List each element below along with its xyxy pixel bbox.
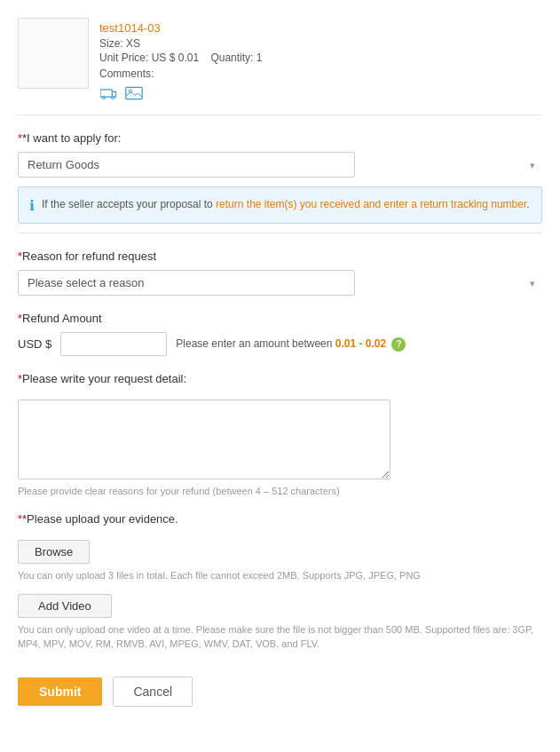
unit-price-label: Unit Price:: [99, 51, 148, 64]
browse-button[interactable]: Browse: [18, 540, 90, 564]
product-price-qty: Unit Price: US $ 0.01 Quantity: 1: [99, 51, 542, 64]
video-hint: You can only upload one video at a time.…: [18, 622, 542, 652]
bottom-actions: Submit Cancel: [18, 661, 542, 716]
evidence-section: **Please upload your evidence. Browse Yo…: [18, 500, 542, 661]
reason-label: *Reason for refund request: [18, 249, 542, 263]
amount-range: 0.01 - 0.02: [335, 337, 386, 350]
reason-section: *Reason for refund request Please select…: [18, 234, 542, 299]
info-message: If the seller accepts your proposal to r…: [42, 196, 530, 212]
size-value: XS: [126, 37, 140, 50]
svg-rect-0: [100, 90, 112, 97]
char-hint: Please provide clear reasons for your re…: [18, 486, 542, 496]
quantity-label: Quantity:: [210, 51, 253, 64]
product-section: test1014-03 Size: XS Unit Price: US $ 0.…: [18, 9, 542, 115]
info-highlight: return the item(s) you received and ente…: [216, 198, 526, 210]
info-circle-icon: ℹ: [29, 197, 35, 214]
request-detail-section: *Please write your request detail: Pleas…: [18, 360, 542, 500]
request-detail-label: *Please write your request detail:: [18, 372, 542, 385]
request-detail-textarea[interactable]: [18, 400, 390, 479]
unit-price-value: US $ 0.01: [152, 51, 199, 64]
reason-select-arrow: ▾: [530, 277, 535, 289]
apply-for-select-arrow: ▾: [530, 159, 535, 170]
return-icon: [99, 85, 119, 101]
amount-hint: Please enter an amount between 0.01 - 0.…: [176, 337, 406, 352]
refund-amount-section: *Refund Amount USD $ Please enter an amo…: [18, 299, 542, 360]
product-icons-row: [99, 85, 542, 101]
product-image: [18, 18, 89, 89]
apply-for-label: **I want to apply for:: [18, 131, 542, 145]
reason-select-wrapper: Please select a reason ▾: [18, 270, 542, 296]
apply-for-section: **I want to apply for: Return Goods Refu…: [18, 115, 542, 234]
product-id-link[interactable]: test1014-03: [99, 21, 542, 35]
apply-for-select[interactable]: Return Goods Refund Only: [18, 152, 355, 178]
reason-select[interactable]: Please select a reason: [18, 270, 355, 296]
size-label: Size:: [99, 37, 123, 50]
info-box: ℹ If the seller accepts your proposal to…: [18, 186, 542, 224]
help-icon[interactable]: ?: [391, 337, 406, 352]
product-comments-label: Comments:: [99, 67, 542, 80]
cancel-button[interactable]: Cancel: [113, 677, 193, 707]
evidence-label: **Please upload your evidence.: [18, 512, 542, 526]
amount-input[interactable]: [60, 332, 167, 356]
usd-label: USD $: [18, 337, 51, 351]
svg-rect-3: [126, 87, 142, 99]
product-info: test1014-03 Size: XS Unit Price: US $ 0.…: [99, 18, 542, 101]
add-video-button[interactable]: Add Video: [18, 594, 112, 618]
quantity-value: 1: [256, 51, 263, 64]
refund-amount-label: *Refund Amount: [18, 312, 542, 325]
image-icon: [124, 85, 144, 101]
refund-amount-row: USD $ Please enter an amount between 0.0…: [18, 332, 542, 356]
apply-for-select-wrapper: Return Goods Refund Only ▾: [18, 152, 542, 178]
upload-hint: You can only upload 3 files in total. Ea…: [18, 568, 542, 583]
submit-button[interactable]: Submit: [18, 677, 102, 706]
product-size: Size: XS: [99, 37, 542, 50]
